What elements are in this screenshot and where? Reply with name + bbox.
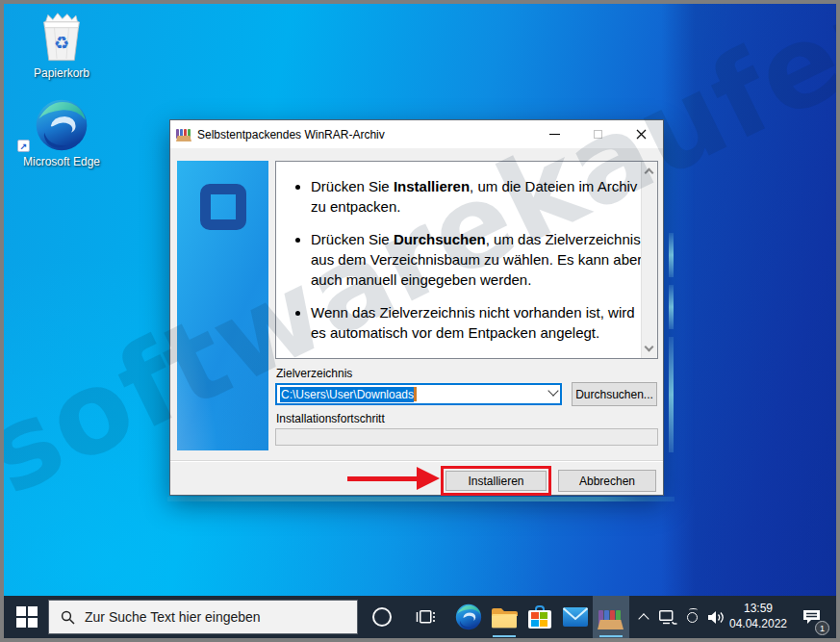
clock-time: 13:59 (729, 602, 787, 617)
microsoft-store-icon (528, 605, 551, 629)
target-dir-combobox[interactable]: C:\Users\User\Downloads (275, 383, 562, 405)
scrollbar[interactable] (641, 162, 657, 358)
chevron-up-icon (638, 613, 649, 624)
edge-icon (455, 603, 482, 630)
search-placeholder: Zur Suche Text hier eingeben (85, 609, 261, 625)
target-dir-value: C:\Users\User\Downloads (280, 387, 414, 402)
svg-text:♻: ♻ (54, 34, 69, 53)
taskbar-file-explorer-button[interactable] (486, 596, 522, 638)
target-dir-label: Zielverzeichnis (276, 367, 352, 380)
tray-ring-icon (687, 612, 698, 623)
install-button[interactable]: Installieren (445, 471, 547, 491)
browse-button[interactable]: Durchsuchen... (572, 382, 657, 406)
sfx-logo-icon (200, 184, 246, 230)
desktop-screen: ♻ Papierkorb ↗ Micr (0, 0, 840, 642)
network-icon (659, 610, 677, 625)
desktop-icon-recycle-bin[interactable]: ♻ Papierkorb (17, 8, 106, 80)
text-caret (414, 387, 417, 401)
close-button[interactable] (620, 120, 663, 148)
speaker-icon (707, 610, 725, 625)
tray-expand-button[interactable] (632, 596, 655, 638)
search-icon (61, 610, 75, 625)
winrar-sfx-dialog: Selbstentpackendes WinRAR-Archiv Drücken… (169, 119, 664, 496)
clock-date: 04.04.2022 (729, 617, 787, 632)
instructions-panel: Drücken Sie Installieren, um die Dateien… (275, 161, 658, 359)
tray-volume-button[interactable] (703, 596, 728, 638)
progress-bar (275, 428, 658, 446)
maximize-icon (594, 130, 602, 139)
chevron-down-icon[interactable] (547, 385, 558, 396)
cancel-button[interactable]: Abbrechen (558, 470, 656, 492)
minimize-button[interactable] (533, 120, 576, 148)
running-indicator (599, 635, 623, 637)
wallpaper-light-beam (669, 4, 674, 638)
minimize-icon (549, 134, 560, 135)
instruction-item: Drücken Sie Durchsuchen, um das Zielverz… (311, 230, 644, 290)
sfx-banner (177, 161, 268, 450)
taskbar-search-input[interactable]: Zur Suche Text hier eingeben (48, 600, 358, 634)
scroll-up-icon[interactable] (645, 168, 654, 178)
start-button[interactable] (8, 596, 46, 638)
taskbar: Zur Suche Text hier eingeben (4, 596, 836, 638)
cortana-button[interactable] (364, 596, 399, 638)
action-center-button[interactable]: 1 (791, 596, 831, 638)
windows-logo-icon (16, 606, 38, 628)
close-icon (636, 129, 647, 140)
desktop-icon-label: Papierkorb (17, 66, 106, 80)
taskbar-winrar-button[interactable] (593, 596, 629, 638)
notification-badge: 1 (815, 621, 829, 635)
task-view-icon (416, 607, 437, 627)
shortcut-arrow-icon: ↗ (17, 140, 30, 152)
scroll-down-icon[interactable] (645, 343, 654, 352)
edge-icon: ↗ (17, 96, 106, 152)
tray-clock[interactable]: 13:59 04.04.2022 (728, 596, 788, 638)
running-indicator (493, 635, 516, 637)
taskbar-store-button[interactable] (522, 596, 557, 638)
maximize-button (576, 120, 620, 148)
recycle-bin-icon: ♻ (17, 8, 106, 64)
mail-icon (563, 607, 588, 627)
tray-network-button[interactable] (655, 596, 680, 638)
tray-status-button[interactable] (680, 596, 703, 638)
desktop-icon-microsoft-edge[interactable]: ↗ Microsoft Edge (17, 96, 106, 168)
winrar-icon (598, 604, 624, 629)
instructions-list: Drücken Sie Installieren, um die Dateien… (276, 177, 657, 344)
cortana-icon (372, 607, 392, 627)
winrar-app-icon (176, 127, 192, 141)
title-bar[interactable]: Selbstentpackendes WinRAR-Archiv (170, 120, 663, 148)
highlight-rectangle: Installieren (441, 466, 551, 496)
window-title: Selbstentpackendes WinRAR-Archiv (197, 128, 385, 141)
task-view-button[interactable] (408, 596, 444, 638)
instruction-item: Wenn das Zielverzeichnis nicht vorhanden… (311, 303, 644, 343)
desktop-icon-label: Microsoft Edge (17, 155, 106, 168)
taskbar-mail-button[interactable] (557, 596, 593, 638)
taskbar-edge-button[interactable] (450, 596, 486, 638)
instruction-item: Drücken Sie Installieren, um die Dateien… (311, 177, 644, 217)
wallpaper-light-beam-horizontal (167, 497, 675, 501)
progress-label: Installationsfortschritt (276, 412, 385, 425)
file-explorer-icon (491, 606, 518, 629)
annotation-arrow (347, 467, 442, 490)
separator (170, 460, 663, 462)
